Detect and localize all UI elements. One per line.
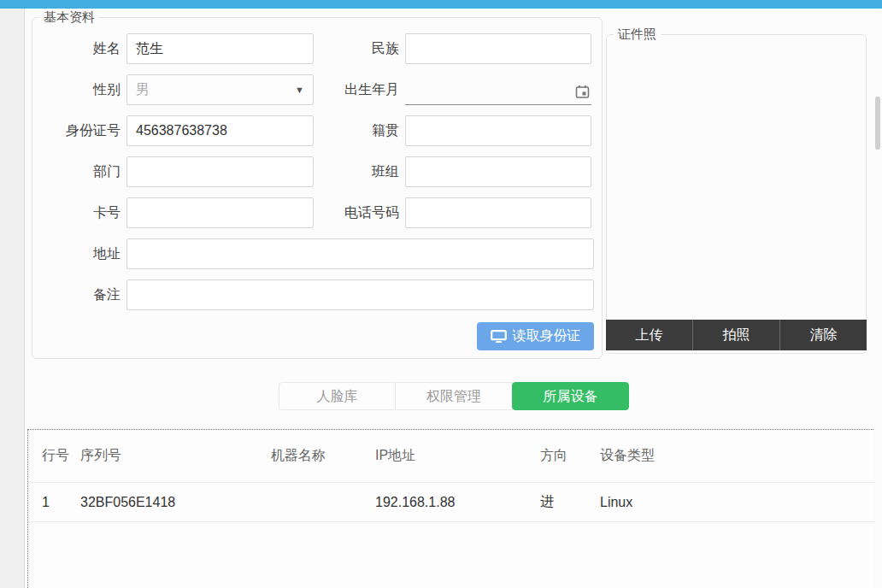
native-place-input[interactable]	[405, 115, 591, 146]
cell-ip: 192.168.1.88	[375, 495, 540, 510]
detail-tabs: 人脸库 权限管理 所属设备	[279, 382, 629, 410]
form-row: 备注	[32, 279, 602, 310]
form-row: 性别 男 ▼ 出生年月	[32, 74, 602, 105]
cell-row-no: 1	[42, 495, 80, 510]
card-number-input[interactable]	[126, 197, 314, 228]
id-photo-section: 证件照 上传 拍照 清除	[606, 34, 867, 354]
device-table: 行号 序列号 机器名称 IP地址 方向 设备类型 1 32BF056E1418 …	[27, 429, 879, 588]
cell-direction: 进	[540, 493, 600, 511]
cell-device-type: Linux	[600, 495, 878, 510]
form-row: 部门 班组	[32, 156, 602, 187]
form-row: 身份证号 籍贯	[32, 115, 602, 146]
remarks-label: 备注	[32, 279, 126, 310]
scrollbar-thumb[interactable]	[875, 97, 880, 150]
tab-belonging-devices[interactable]: 所属设备	[512, 382, 629, 410]
col-header-serial: 序列号	[80, 447, 271, 465]
col-header-machine-name: 机器名称	[271, 447, 375, 465]
id-number-label: 身份证号	[32, 115, 126, 146]
gender-label: 性别	[32, 74, 126, 105]
native-place-label: 籍贯	[314, 115, 405, 146]
tab-permission-management[interactable]: 权限管理	[396, 382, 513, 410]
scrollbar-track[interactable]	[874, 9, 882, 588]
ethnicity-input[interactable]	[405, 33, 591, 64]
device-table-header: 行号 序列号 机器名称 IP地址 方向 设备类型	[28, 430, 878, 483]
phone-label: 电话号码	[314, 197, 405, 228]
capture-photo-button[interactable]: 拍照	[692, 320, 779, 350]
content-panel: 基本资料 姓名 民族 性别 男 ▼ 出生年月	[24, 9, 882, 588]
birthdate-input[interactable]	[405, 74, 591, 105]
upload-photo-button[interactable]: 上传	[606, 320, 692, 350]
read-id-card-label: 读取身份证	[513, 327, 581, 345]
calendar-icon[interactable]	[575, 85, 590, 99]
col-header-ip: IP地址	[375, 447, 540, 465]
address-label: 地址	[32, 238, 126, 269]
top-accent-bar	[0, 0, 882, 9]
department-input[interactable]	[126, 156, 314, 187]
card-number-label: 卡号	[32, 197, 126, 228]
department-label: 部门	[32, 156, 126, 187]
team-label: 班组	[314, 156, 405, 187]
basic-info-section: 基本资料 姓名 民族 性别 男 ▼ 出生年月	[32, 17, 603, 359]
team-input[interactable]	[405, 156, 591, 187]
col-header-direction: 方向	[540, 447, 600, 465]
table-row[interactable]: 1 32BF056E1418 192.168.1.88 进 Linux	[28, 483, 878, 522]
name-label: 姓名	[32, 33, 126, 64]
read-id-card-button[interactable]: 读取身份证	[477, 322, 594, 350]
basic-info-legend: 基本资料	[39, 9, 99, 26]
gender-select[interactable]: 男 ▼	[126, 74, 314, 105]
col-header-row-no: 行号	[42, 447, 80, 465]
phone-input[interactable]	[405, 197, 591, 228]
remarks-input[interactable]	[126, 279, 594, 310]
clear-photo-button[interactable]: 清除	[779, 320, 867, 350]
id-number-input[interactable]	[126, 115, 314, 146]
cell-serial: 32BF056E1418	[80, 495, 271, 510]
col-header-device-type: 设备类型	[600, 447, 878, 465]
tab-face-library[interactable]: 人脸库	[279, 382, 396, 410]
id-photo-preview	[607, 35, 866, 319]
chevron-down-icon: ▼	[295, 85, 304, 95]
name-input[interactable]	[126, 33, 314, 64]
form-row: 姓名 民族	[32, 33, 602, 64]
form-row: 卡号 电话号码	[32, 197, 602, 228]
ethnicity-label: 民族	[314, 33, 405, 64]
address-input[interactable]	[126, 238, 594, 269]
monitor-icon	[491, 330, 507, 344]
form-row: 地址	[32, 238, 602, 269]
birthdate-label: 出生年月	[314, 74, 405, 105]
photo-button-bar: 上传 拍照 清除	[606, 320, 867, 350]
gender-select-value: 男	[136, 81, 295, 99]
